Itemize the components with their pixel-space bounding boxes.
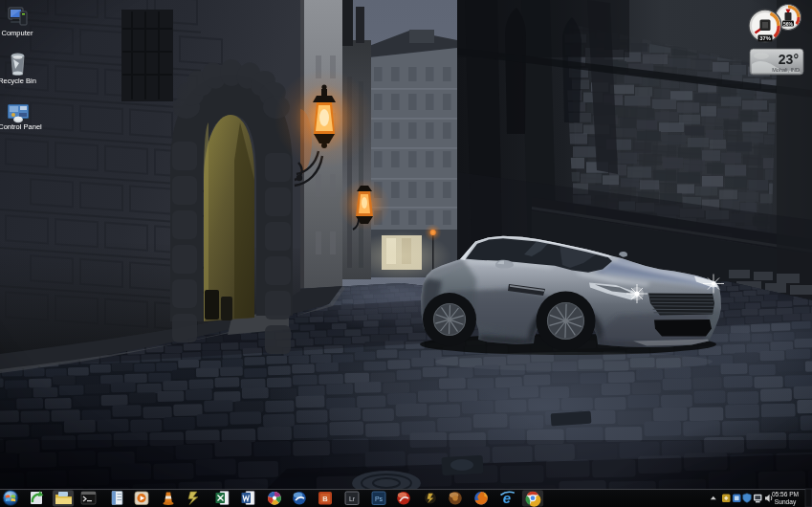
svg-text:56%: 56% [783, 21, 794, 27]
svg-text:Lr: Lr [349, 496, 356, 502]
svg-text:37%: 37% [759, 35, 771, 41]
svg-text:Sunday: Sunday [775, 498, 797, 506]
svg-text:Ps: Ps [375, 496, 384, 502]
svg-text:Mohali, IND: Mohali, IND [772, 67, 800, 73]
svg-text:Recycle Bin: Recycle Bin [0, 77, 36, 85]
svg-text:B: B [322, 495, 328, 503]
svg-text:23°: 23° [779, 52, 799, 67]
svg-text:Computer: Computer [2, 29, 33, 37]
svg-text:Control Panel: Control Panel [0, 122, 42, 131]
svg-text:05:56 PM: 05:56 PM [772, 491, 799, 497]
